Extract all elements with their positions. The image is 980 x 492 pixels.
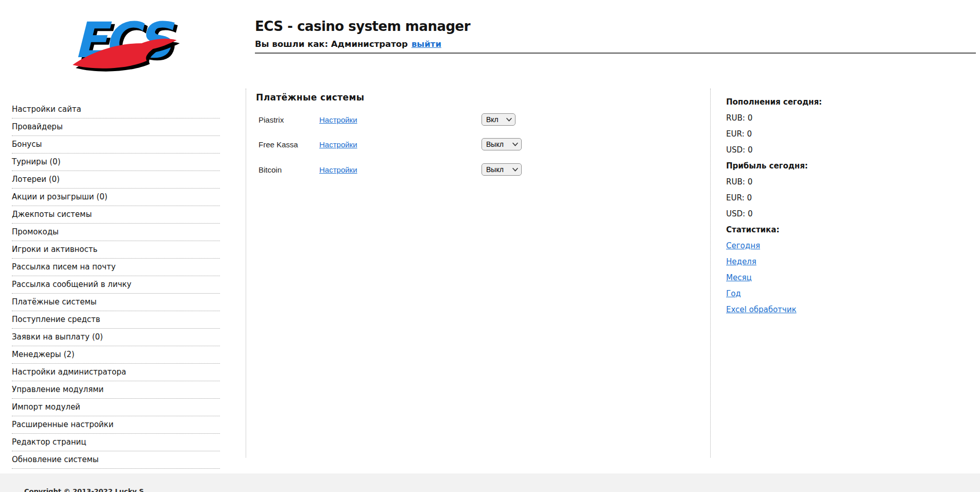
stats-line: Сегодня xyxy=(726,240,896,256)
sidebar-nav: Настройки сайта Провайдеры Бонусы Турнир… xyxy=(12,101,220,469)
sidebar-item-advanced-settings[interactable]: Расширенные настройки xyxy=(12,416,220,434)
sidebar-item-page-editor[interactable]: Редактор страниц xyxy=(12,434,220,451)
sidebar-item-module-management[interactable]: Управление модулями xyxy=(12,381,220,399)
sidebar-item-module-import[interactable]: Импорт модулей xyxy=(12,399,220,416)
sidebar-item-site-settings[interactable]: Настройки сайта xyxy=(12,101,220,118)
login-status: Вы вошли как: Администраторвыйти xyxy=(255,39,441,49)
payment-state-select[interactable]: Вкл xyxy=(482,113,515,126)
currency-label: EUR: xyxy=(726,193,744,202)
payment-name: Free Kassa xyxy=(259,140,298,149)
payment-state-select-wrap: Выкл xyxy=(482,163,522,176)
deposit-usd-line: USD:0 xyxy=(726,144,896,160)
payment-state-select[interactable]: Выкл xyxy=(482,163,522,176)
statistics-header: Статистика: xyxy=(726,224,896,240)
currency-label: RUB: xyxy=(726,113,745,123)
currency-label: EUR: xyxy=(726,129,744,139)
stats-link-today[interactable]: Сегодня xyxy=(726,241,760,250)
payment-settings-link[interactable]: Настройки xyxy=(319,115,357,124)
payment-name: Piastrix xyxy=(259,115,284,124)
currency-label: USD: xyxy=(726,209,745,218)
profit-rub-line: RUB:0 xyxy=(726,176,896,192)
stats-line: Год xyxy=(726,287,896,303)
sidebar-item-promotions[interactable]: Акции и розыгрыши (0) xyxy=(12,189,220,206)
payment-name: Bitcoin xyxy=(259,165,282,174)
payment-state-select-wrap: Вкл xyxy=(482,113,515,126)
sidebar-item-promocodes[interactable]: Промокоды xyxy=(12,224,220,241)
stats-panel: Пополнения сегодня: RUB:0 EUR:0 USD:0 Пр… xyxy=(726,96,896,319)
sidebar-item-lotteries[interactable]: Лотереи (0) xyxy=(12,171,220,189)
currency-label: USD: xyxy=(726,145,745,155)
profit-today-header: Прибыль сегодня: xyxy=(726,160,896,176)
copyright-text: Copyright © 2013-2022 Lucky S xyxy=(24,487,144,492)
page-title: ECS - casino system manager xyxy=(255,19,470,34)
content-divider-right xyxy=(710,89,711,457)
currency-value: 0 xyxy=(748,113,753,123)
stats-line: Неделя xyxy=(726,256,896,272)
sidebar-item-bonuses[interactable]: Бонусы xyxy=(12,136,220,154)
sidebar-item-incoming-funds[interactable]: Поступление средств xyxy=(12,311,220,329)
login-status-text: Вы вошли как: Администратор xyxy=(255,39,408,49)
ecs-logo: ECS ECS xyxy=(70,7,180,79)
payment-state-select[interactable]: Выкл xyxy=(482,138,522,150)
currency-label: RUB: xyxy=(726,177,745,186)
sidebar-item-jackpots[interactable]: Джекпоты системы xyxy=(12,206,220,224)
deposits-today-header: Пополнения сегодня: xyxy=(726,96,896,112)
profit-eur-line: EUR:0 xyxy=(726,192,896,208)
payment-row-freekassa: Free Kassa Настройки Выкл xyxy=(256,138,555,152)
stats-link-week[interactable]: Неделя xyxy=(726,257,757,266)
stats-link-year[interactable]: Год xyxy=(726,289,741,298)
payment-row-bitcoin: Bitcoin Настройки Выкл xyxy=(256,163,555,177)
sidebar-item-managers[interactable]: Менеджеры (2) xyxy=(12,346,220,364)
sidebar-item-payment-systems[interactable]: Платёжные системы xyxy=(12,294,220,311)
profit-usd-line: USD:0 xyxy=(726,208,896,224)
sidebar-item-providers[interactable]: Провайдеры xyxy=(12,118,220,136)
ecs-logo-image: ECS ECS xyxy=(70,7,180,79)
currency-value: 0 xyxy=(747,193,752,202)
sidebar-item-payout-requests[interactable]: Заявки на выплату (0) xyxy=(12,329,220,346)
currency-value: 0 xyxy=(748,209,753,218)
stats-line: Месяц xyxy=(726,272,896,287)
stats-link-excel[interactable]: Excel обработчик xyxy=(726,305,796,314)
sidebar-item-tournaments[interactable]: Турниры (0) xyxy=(12,154,220,171)
sidebar-item-system-update[interactable]: Обновление системы xyxy=(12,451,220,469)
currency-value: 0 xyxy=(748,177,753,186)
payment-settings-link[interactable]: Настройки xyxy=(319,140,357,149)
sidebar-item-pm-mailing[interactable]: Рассылка сообщений в личку xyxy=(12,276,220,294)
header-divider xyxy=(255,53,976,54)
sidebar-item-email-mailing[interactable]: Рассылка писем на почту xyxy=(12,259,220,276)
section-title: Платёжные системы xyxy=(256,92,365,103)
payment-row-piastrix: Piastrix Настройки Вкл xyxy=(256,113,555,127)
logout-link[interactable]: выйти xyxy=(411,39,441,49)
stats-line: Excel обработчик xyxy=(726,303,896,319)
sidebar-item-admin-settings[interactable]: Настройки администратора xyxy=(12,364,220,381)
currency-value: 0 xyxy=(748,145,753,155)
footer: Copyright © 2013-2022 Lucky S xyxy=(0,473,980,492)
deposit-eur-line: EUR:0 xyxy=(726,128,896,144)
stats-link-month[interactable]: Месяц xyxy=(726,273,752,282)
sidebar-item-players-activity[interactable]: Игроки и активность xyxy=(12,241,220,259)
payment-state-select-wrap: Выкл xyxy=(482,138,522,150)
currency-value: 0 xyxy=(747,129,752,139)
content-divider-left xyxy=(246,89,246,457)
payment-settings-link[interactable]: Настройки xyxy=(319,165,357,174)
deposit-rub-line: RUB:0 xyxy=(726,112,896,128)
